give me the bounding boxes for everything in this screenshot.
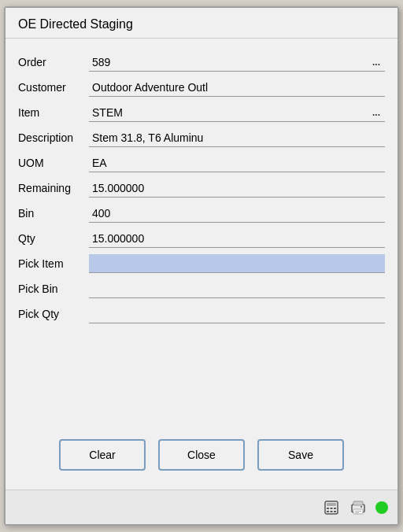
value-container-bin: 400: [89, 204, 385, 223]
value-container-qty: 15.000000: [89, 229, 385, 248]
value-customer: Outdoor Adventure Outl: [92, 81, 382, 94]
label-description: Description: [18, 131, 89, 144]
label-bin: Bin: [18, 207, 89, 220]
field-row-pick-item: Pick Item: [18, 253, 385, 275]
field-row-qty: Qty15.000000: [18, 227, 385, 249]
label-uom: UOM: [18, 157, 89, 169]
close-button[interactable]: Close: [158, 439, 245, 471]
field-row-pick-qty: Pick Qty: [18, 303, 385, 325]
svg-point-13: [360, 506, 362, 508]
field-row-pick-bin: Pick Bin: [18, 278, 385, 300]
svg-rect-1: [327, 503, 336, 506]
value-remaining: 15.000000: [92, 182, 382, 194]
buttons-area: Clear Close Save: [18, 427, 385, 477]
value-container-item: STEM...: [89, 103, 385, 122]
value-bin: 400: [92, 207, 382, 220]
field-row-item: ItemSTEM...: [18, 102, 385, 124]
label-customer: Customer: [18, 81, 89, 94]
ellipsis-btn-order[interactable]: ...: [371, 57, 382, 68]
value-container-pick-qty: [89, 305, 385, 323]
svg-rect-4: [334, 508, 336, 509]
field-row-order: Order589...: [18, 51, 385, 73]
value-order: 589: [92, 56, 371, 68]
value-description: Stem 31.8, T6 Aluminu: [92, 131, 382, 144]
value-container-uom: EA: [89, 153, 385, 172]
value-container-order: 589...: [89, 53, 385, 72]
label-remaining: Remaining: [18, 182, 89, 194]
window-title: OE Directed Staging: [18, 17, 133, 31]
field-row-description: DescriptionStem 31.8, T6 Aluminu: [18, 127, 385, 149]
field-row-remaining: Remaining15.000000: [18, 177, 385, 199]
content-area: Order589...CustomerOutdoor Adventure Out…: [6, 39, 397, 490]
field-row-bin: Bin400: [18, 202, 385, 224]
label-pick-bin: Pick Bin: [18, 283, 89, 295]
form-area: Order589...CustomerOutdoor Adventure Out…: [18, 51, 385, 427]
title-bar: OE Directed Staging: [6, 8, 397, 39]
value-container-customer: Outdoor Adventure Outl: [89, 78, 385, 97]
label-item: Item: [18, 106, 89, 119]
status-bar: [6, 490, 397, 524]
status-indicator: [375, 501, 388, 514]
svg-rect-2: [327, 508, 329, 509]
svg-rect-5: [327, 511, 329, 512]
value-container-pick-item[interactable]: [89, 254, 385, 273]
value-uom: EA: [92, 157, 382, 169]
svg-rect-11: [355, 511, 361, 512]
clear-button[interactable]: Clear: [59, 439, 146, 471]
value-qty: 15.000000: [92, 232, 382, 245]
main-window: OE Directed Staging Order589...CustomerO…: [4, 6, 399, 526]
value-container-remaining: 15.000000: [89, 179, 385, 198]
value-container-description: Stem 31.8, T6 Aluminu: [89, 128, 385, 147]
svg-rect-7: [334, 511, 336, 512]
save-button[interactable]: Save: [257, 439, 344, 471]
label-pick-qty: Pick Qty: [18, 308, 89, 320]
label-pick-item: Pick Item: [18, 257, 89, 270]
svg-rect-12: [355, 512, 359, 513]
value-container-pick-bin: [89, 279, 385, 298]
svg-rect-6: [331, 511, 333, 512]
label-qty: Qty: [18, 232, 89, 245]
calculator-icon[interactable]: [322, 498, 341, 517]
field-row-customer: CustomerOutdoor Adventure Outl: [18, 76, 385, 98]
label-order: Order: [18, 56, 89, 68]
svg-rect-3: [331, 508, 333, 509]
field-row-uom: UOMEA: [18, 152, 385, 174]
value-item: STEM: [92, 106, 371, 119]
ellipsis-btn-item[interactable]: ...: [371, 107, 382, 118]
svg-rect-9: [353, 501, 363, 505]
printer-icon[interactable]: [349, 498, 368, 517]
